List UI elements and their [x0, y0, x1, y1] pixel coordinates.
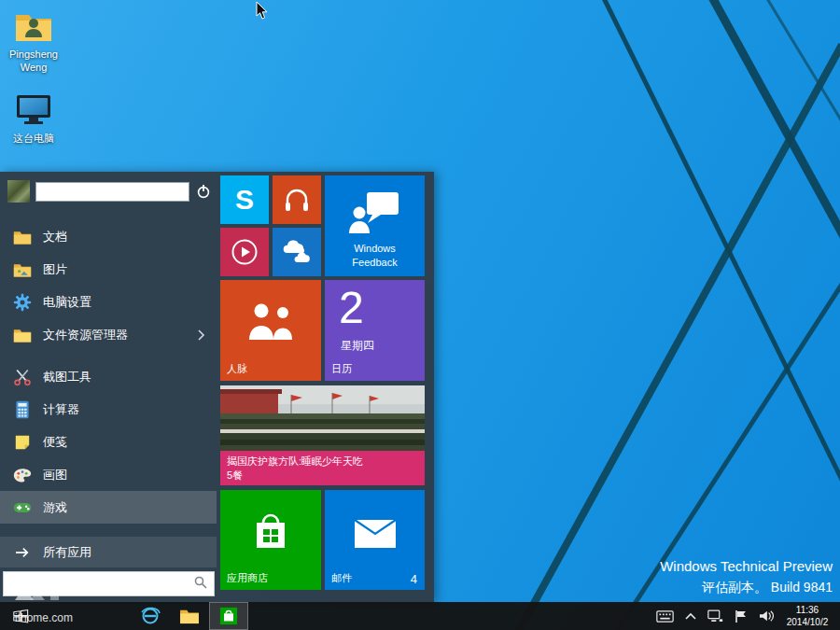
paint-palette-icon: [11, 464, 34, 486]
tile-mail[interactable]: 邮件 4: [325, 490, 425, 590]
touch-keyboard-icon[interactable]: [652, 602, 678, 630]
start-item-label: 截图工具: [43, 369, 91, 385]
user-folder-icon: [0, 9, 67, 47]
start-item-paint[interactable]: 画图: [0, 458, 217, 491]
file-explorer-icon: [11, 324, 34, 346]
tile-label: 应用商店: [227, 571, 268, 585]
news-headline-2: 5餐: [227, 469, 418, 483]
start-menu-item-list: 文档 图片: [0, 220, 217, 567]
tile-music[interactable]: [273, 175, 321, 224]
tile-label: 邮件: [331, 571, 352, 585]
taskbar-clock[interactable]: 11:36 2014/10/2: [778, 604, 840, 628]
start-item-label: 文件资源管理器: [43, 327, 128, 343]
tile-label: Windows Feedback: [325, 242, 425, 269]
start-item-pc-settings[interactable]: 电脑设置: [0, 286, 217, 318]
start-item-games[interactable]: 游戏: [0, 491, 217, 524]
sticky-note-icon: [11, 431, 34, 454]
taskbar-spacer: [41, 602, 131, 630]
play-icon: [220, 228, 269, 276]
tile-windows-feedback[interactable]: Windows Feedback: [325, 175, 425, 276]
envelope-icon: [325, 490, 425, 577]
gamepad-icon: [11, 497, 34, 519]
news-headline: 揭国庆护旗方队:睡眠少年天吃: [227, 455, 418, 469]
start-button[interactable]: [0, 602, 41, 630]
power-button[interactable]: [195, 180, 211, 203]
taskbar-store-button[interactable]: [209, 602, 248, 630]
desktop-icon-this-pc[interactable]: 这台电脑: [0, 93, 67, 146]
system-tray: 11:36 2014/10/2: [652, 602, 840, 630]
start-item-label: 图片: [43, 261, 67, 278]
tile-label: 人脉: [227, 362, 247, 376]
taskbar-ie-button[interactable]: [131, 602, 170, 630]
chevron-right-icon: [197, 329, 205, 342]
people-icon: [220, 280, 321, 362]
start-item-file-explorer[interactable]: 文件资源管理器: [0, 318, 217, 351]
watermark-build: 评估副本。 Build 9841: [660, 580, 833, 596]
tile-video[interactable]: [220, 228, 269, 276]
network-icon[interactable]: [703, 602, 728, 630]
start-item-all-apps[interactable]: 所有应用: [0, 537, 217, 567]
calculator-icon: [11, 399, 34, 421]
start-item-label: 计算器: [43, 401, 79, 418]
build-watermark: Windows Technical Preview 评估副本。 Build 98…: [660, 558, 833, 596]
action-center-flag-icon[interactable]: [728, 602, 753, 630]
tile-calendar[interactable]: 2 星期四 日历: [325, 280, 425, 381]
clock-date: 2014/10/2: [778, 616, 836, 628]
start-item-sticky-notes[interactable]: 便笺: [0, 426, 217, 458]
desktop-icon-label: Pingsheng Weng: [9, 49, 58, 73]
skype-logo: S: [220, 175, 269, 224]
taskbar: 11:36 2014/10/2: [0, 602, 840, 630]
start-item-label: 所有应用: [43, 544, 91, 561]
start-menu: 文档 图片: [0, 172, 434, 602]
mouse-cursor: [256, 2, 269, 24]
start-item-documents[interactable]: 文档: [0, 220, 217, 253]
headphones-icon: [273, 175, 321, 224]
tile-label: 日历: [331, 362, 352, 376]
pictures-folder-icon: [11, 259, 34, 281]
tile-store[interactable]: 应用商店: [220, 490, 321, 590]
desktop-icon-label: 这台电脑: [13, 133, 54, 144]
clock-time: 11:36: [778, 604, 836, 616]
start-item-label: 画图: [43, 467, 67, 483]
tile-skype[interactable]: S: [220, 175, 269, 224]
clouds-icon: [273, 228, 321, 276]
scissors-icon: [11, 366, 34, 388]
calendar-day: 2: [339, 282, 364, 333]
start-item-pictures[interactable]: 图片: [0, 253, 217, 286]
arrow-right-icon: [11, 541, 34, 564]
taskbar-file-explorer-button[interactable]: [170, 602, 209, 630]
start-item-label: 游戏: [43, 499, 67, 516]
feedback-chat-person-icon: [348, 190, 402, 237]
tile-people[interactable]: 人脉: [220, 280, 321, 381]
news-headline-banner: 揭国庆护旗方队:睡眠少年天吃 5餐: [220, 451, 425, 485]
this-pc-icon: [0, 93, 67, 131]
volume-icon[interactable]: [753, 602, 778, 630]
user-name-field[interactable]: [35, 182, 189, 202]
gear-icon: [11, 291, 34, 314]
news-photo: [220, 385, 425, 451]
search-input[interactable]: [10, 578, 194, 591]
desktop-icon-user-folder[interactable]: Pingsheng Weng: [0, 9, 67, 74]
start-item-label: 便笺: [43, 434, 67, 451]
user-avatar[interactable]: [7, 180, 30, 203]
start-item-label: 电脑设置: [43, 294, 91, 311]
tray-chevron-up-icon[interactable]: [678, 602, 703, 630]
start-user-area: [7, 180, 211, 203]
start-search-box[interactable]: [3, 571, 215, 596]
watermark-title: Windows Technical Preview: [660, 558, 833, 574]
search-icon[interactable]: [194, 576, 207, 593]
shopping-bag-icon: [220, 490, 321, 573]
start-item-calculator[interactable]: 计算器: [0, 393, 217, 426]
start-item-label: 文档: [43, 229, 67, 245]
mail-unread-badge: 4: [411, 572, 417, 586]
tile-onedrive[interactable]: [273, 228, 321, 276]
desktop: Pingsheng Weng 这台电脑 Windows Technical Pr…: [0, 0, 840, 630]
start-item-snipping-tool[interactable]: 截图工具: [0, 360, 217, 393]
documents-folder-icon: [11, 226, 34, 248]
tile-news[interactable]: 揭国庆护旗方队:睡眠少年天吃 5餐: [220, 385, 425, 485]
calendar-weekday: 星期四: [341, 338, 374, 354]
